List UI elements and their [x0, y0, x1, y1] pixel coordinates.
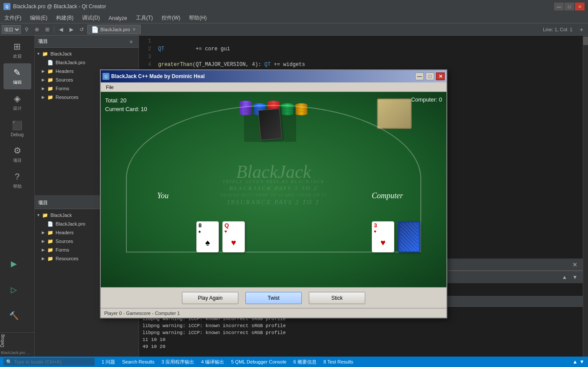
minimize-button[interactable]: — — [554, 3, 564, 10]
project-dropdown[interactable]: 项目 — [2, 25, 21, 34]
refresh-button[interactable]: ↺ — [77, 25, 86, 34]
headers-folder-icon-2: 📁 — [47, 229, 54, 236]
sidebar-item-help[interactable]: ? 帮助 — [3, 167, 31, 193]
forms-folder-icon-2: 📁 — [47, 246, 54, 253]
issues-label: 1 问题 — [102, 359, 115, 365]
sidebar-item-welcome[interactable]: ⊞ 欢迎 — [3, 37, 31, 63]
sidebar-item-design[interactable]: ◈ 设计 — [3, 89, 31, 115]
back-button[interactable]: ◀ — [56, 25, 66, 34]
sidebar-item-project[interactable]: ⚙ 项目 — [3, 141, 31, 167]
close-button[interactable]: ✕ — [575, 3, 585, 10]
forward-button[interactable]: ▶ — [66, 25, 76, 34]
status-nav-buttons: ▲ ▼ — [572, 359, 585, 365]
tree-item-pro-top[interactable]: 📄 BlackJack.pro — [35, 58, 139, 67]
status-issues[interactable]: 1 问题 — [102, 359, 115, 365]
status-down-button[interactable]: ▼ — [579, 359, 585, 365]
search-results-label: Search Results — [122, 359, 155, 364]
code-line-4: greaterThan(QT_MAJOR_VERSION, 4): QT += … — [158, 61, 579, 69]
expand-button[interactable]: + — [577, 25, 586, 34]
blackjack-window: Q BlackJack C++ Made by Dominic Heal — □… — [100, 69, 447, 318]
status-search-results[interactable]: Search Results — [122, 359, 155, 364]
status-up-button[interactable]: ▲ — [572, 359, 578, 365]
twist-button[interactable]: Twist — [245, 292, 302, 304]
chevron-right-icon-2: ▶ — [42, 78, 47, 82]
bj-window-title: BlackJack C++ Made by Dominic Heal — [111, 73, 413, 79]
status-app-output[interactable]: 3 应用程序输出 — [162, 359, 194, 365]
sidebar-run-debug-button[interactable]: ▷ — [0, 277, 28, 303]
sidebar: ⊞ 欢迎 ✎ 编辑 ◈ 设计 ⬛ Debug ⚙ 项目 ? 帮助 ▶ — [0, 36, 35, 357]
bj-brand-text: BlackJack TRIPLE SEVEN PAYS AS BLACKJACK… — [221, 161, 327, 206]
search-icon: 🔍 — [6, 359, 12, 365]
stick-button[interactable]: Stick — [309, 292, 365, 304]
title-bar: Q BlackJack.pro @ BlackJack - Qt Creator… — [0, 0, 588, 13]
tree-root-top[interactable]: ▼ 📁 BlackJack — [35, 49, 139, 58]
chevron-right-icon-4: ▶ — [42, 95, 47, 99]
menu-debug[interactable]: 调试(D) — [78, 13, 104, 23]
menu-help[interactable]: 帮助(H) — [185, 13, 211, 23]
card-tray — [244, 107, 296, 142]
sources-folder-icon-2: 📁 — [47, 238, 54, 245]
bj-total-label: Total: 20 Current Card: 10 — [105, 96, 147, 114]
tab-close-button[interactable]: ✕ — [132, 27, 137, 32]
help-icon: ? — [15, 172, 20, 182]
computer-card-1: 3♥ ♥ — [372, 221, 394, 252]
status-test[interactable]: 8 Test Results — [324, 359, 353, 364]
pro-file-icon: 📄 — [47, 59, 54, 66]
menu-tools[interactable]: 工具(T) — [132, 13, 157, 23]
sidebar-item-debug[interactable]: ⬛ Debug — [3, 115, 31, 141]
play-again-button[interactable]: Play Again — [182, 292, 238, 304]
debug-label: Debug — [0, 334, 5, 347]
bj-game-area: Total: 20 Current Card: 10 Computer: 0 — [101, 92, 446, 287]
bj-title-bar: Q BlackJack C++ Made by Dominic Heal — □… — [101, 70, 446, 82]
resources-folder-icon-2: 📁 — [47, 255, 54, 262]
maximize-button[interactable]: □ — [565, 3, 574, 10]
computer-card-2 — [398, 221, 420, 252]
bj-status-bar: Player 0 - Gamescore - Computer 1 — [101, 308, 446, 318]
locate-input[interactable] — [14, 359, 92, 364]
debug-icon: ⬛ — [12, 120, 23, 131]
menu-widgets[interactable]: 控件(W) — [157, 13, 185, 23]
project-panel-header-top: 项目 ≡ — [35, 36, 139, 48]
find-close-button[interactable]: ✕ — [571, 260, 579, 269]
grid-icon: ⊞ — [13, 41, 21, 52]
chevron-right-icon-3: ▶ — [42, 86, 47, 91]
sidebar-run-button[interactable]: ▶ — [0, 251, 28, 277]
status-bar: 🔍 1 问题 Search Results 3 应用程序输出 4 编译输出 5 … — [0, 357, 588, 367]
bj-menu-file[interactable]: File — [102, 85, 117, 90]
player-cards: 8♠ ♠ Q♥ ♥ — [196, 221, 245, 252]
right-scrollbar[interactable] — [583, 36, 588, 357]
blackjack-label: BlackJack.pro @ BlackJack - Qt Creator — [0, 351, 34, 355]
pro-file-icon-2: 📄 — [47, 220, 54, 227]
window-title: BlackJack.pro @ BlackJack - Qt Creator — [13, 3, 554, 10]
link-button[interactable]: ⊕ — [32, 25, 42, 34]
filter-button[interactable]: ⚲ — [22, 25, 31, 34]
find-down-button[interactable]: ▼ — [571, 273, 579, 282]
menu-analyze[interactable]: Analyze — [104, 13, 132, 23]
status-compile[interactable]: 4 编译输出 — [201, 359, 224, 365]
bj-close-button[interactable]: ✕ — [436, 72, 445, 80]
split-button[interactable]: ⊞ — [43, 25, 52, 34]
resources-folder-icon: 📁 — [47, 94, 54, 101]
editor-tab[interactable]: 📄 BlackJack.pro ✕ — [87, 25, 141, 34]
locate-search-wrapper[interactable]: 🔍 — [3, 358, 95, 366]
bj-maximize-button[interactable]: □ — [426, 72, 434, 80]
output-line-3: libpng warning: iCCP: known incorrect sR… — [142, 322, 579, 329]
menu-edit[interactable]: 编辑(E) — [26, 13, 52, 23]
menu-file[interactable]: 文件(F) — [0, 13, 26, 23]
find-up-button[interactable]: ▲ — [560, 273, 569, 282]
bj-computer-label: Computer: 0 — [411, 96, 442, 103]
sidebar-build-button[interactable]: 🔨 — [0, 303, 28, 329]
bj-buttons-area: Play Again Twist Stick — [101, 287, 446, 308]
chevron-right-icon: ▶ — [42, 69, 47, 73]
status-qml[interactable]: 5 QML Debugger Console — [231, 359, 286, 364]
panel-settings-top[interactable]: ≡ — [127, 38, 135, 46]
sidebar-item-edit[interactable]: ✎ 编辑 — [3, 63, 31, 89]
toolbar: 项目 ⚲ ⊕ ⊞ ◀ ▶ ↺ 📄 BlackJack.pro ✕ Line: 1… — [0, 23, 588, 36]
bj-minimize-button[interactable]: — — [415, 72, 424, 80]
menu-bar: 文件(F) 编辑(E) 构建(B) 调试(D) Analyze 工具(T) 控件… — [0, 13, 588, 23]
player-card-1: 8♠ ♠ — [196, 221, 219, 252]
forms-folder-icon: 📁 — [47, 85, 54, 92]
status-general[interactable]: 6 概要信息 — [294, 359, 317, 365]
menu-build[interactable]: 构建(B) — [52, 13, 78, 23]
sources-folder-icon: 📁 — [47, 76, 54, 83]
